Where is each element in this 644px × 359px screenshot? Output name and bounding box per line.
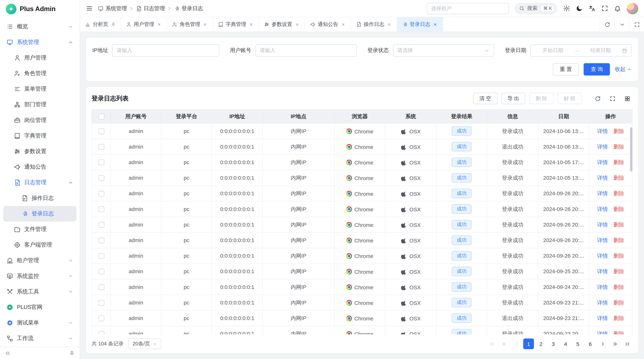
breadcrumb-item[interactable]: 系统管理 bbox=[98, 5, 127, 12]
page-button-1[interactable]: 1 bbox=[523, 339, 534, 349]
row-checkbox[interactable] bbox=[98, 222, 104, 228]
collapse-filter-link[interactable]: 收起 bbox=[615, 66, 632, 73]
sidebar-item-param[interactable]: 参数设置 bbox=[3, 144, 76, 159]
sidebar-item-user[interactable]: 用户管理 bbox=[3, 50, 76, 66]
tab-close-icon[interactable]: × bbox=[295, 22, 300, 27]
translate-icon[interactable] bbox=[588, 5, 596, 12]
sidebar-item-plus-site[interactable]: PLUS官网 bbox=[3, 300, 76, 315]
collapse-sidebar-button[interactable] bbox=[5, 350, 11, 356]
notifications-bell-icon[interactable] bbox=[614, 5, 621, 12]
sidebar-item-tenant[interactable]: 租户管理 bbox=[3, 253, 76, 268]
pin-sidebar-button[interactable] bbox=[69, 350, 75, 356]
sidebar-item-menu[interactable]: 菜单管理 bbox=[3, 81, 76, 97]
export-button[interactable]: 导 出 bbox=[501, 93, 525, 104]
row-checkbox[interactable] bbox=[98, 191, 104, 197]
column-settings-button[interactable] bbox=[622, 93, 632, 104]
row-checkbox[interactable] bbox=[98, 238, 104, 243]
detail-link[interactable]: 详情 bbox=[597, 252, 608, 259]
sidebar-item-dict[interactable]: 字典管理 bbox=[3, 128, 76, 144]
delete-link[interactable]: 删除 bbox=[614, 315, 624, 321]
row-checkbox[interactable] bbox=[98, 300, 104, 306]
delete-link[interactable]: 删除 bbox=[614, 206, 624, 212]
settings-gear-icon[interactable] bbox=[563, 5, 570, 12]
query-button[interactable]: 查 询 bbox=[584, 63, 610, 75]
tab-4[interactable]: 参数设置× bbox=[259, 17, 305, 31]
jump-back-button[interactable] bbox=[498, 339, 509, 349]
page-button-2[interactable]: 2 bbox=[536, 339, 546, 349]
sidebar-item-overview[interactable]: 概览 bbox=[3, 19, 76, 34]
fullscreen-icon[interactable] bbox=[601, 5, 608, 12]
sidebar-item-tools[interactable]: 系统工具 bbox=[3, 284, 76, 300]
tab-1[interactable]: 用户管理× bbox=[121, 17, 167, 31]
sidebar-item-loginlog[interactable]: 登录日志 bbox=[3, 206, 76, 222]
table-fullscreen-button[interactable] bbox=[607, 93, 618, 104]
refresh-page-button[interactable] bbox=[600, 17, 614, 31]
tab-0[interactable]: 分析页 bbox=[80, 17, 121, 31]
row-checkbox[interactable] bbox=[98, 160, 104, 165]
sidebar-item-log[interactable]: 日志管理 bbox=[3, 175, 76, 190]
delete-link[interactable]: 删除 bbox=[614, 174, 624, 181]
next-page-button[interactable] bbox=[597, 339, 608, 349]
sidebar-item-oplog[interactable]: 操作日志 bbox=[3, 190, 76, 206]
tab-close-icon[interactable]: × bbox=[387, 22, 392, 27]
table-scrollbar-thumb[interactable] bbox=[630, 127, 632, 171]
detail-link[interactable]: 详情 bbox=[597, 331, 608, 335]
jump-forward-button[interactable] bbox=[610, 339, 620, 349]
sidebar-item-notice[interactable]: 通知公告 bbox=[3, 159, 76, 175]
row-checkbox[interactable] bbox=[98, 129, 104, 134]
delete-link[interactable]: 删除 bbox=[614, 284, 624, 290]
delete-link[interactable]: 删除 bbox=[614, 143, 624, 149]
hamburger-menu-icon[interactable] bbox=[86, 5, 93, 12]
tenant-select-input[interactable] bbox=[427, 3, 509, 14]
page-button-6[interactable]: 6 bbox=[585, 339, 596, 349]
detail-link[interactable]: 详情 bbox=[597, 284, 608, 290]
delete-link[interactable]: 删除 bbox=[614, 128, 624, 134]
refresh-table-button[interactable] bbox=[592, 93, 603, 104]
first-page-button[interactable] bbox=[486, 339, 497, 349]
content-fullscreen-button[interactable] bbox=[629, 17, 644, 31]
sidebar-item-dept[interactable]: 部门管理 bbox=[3, 97, 76, 112]
detail-link[interactable]: 详情 bbox=[597, 143, 608, 149]
delete-link[interactable]: 删除 bbox=[614, 221, 624, 227]
page-button-4[interactable]: 4 bbox=[560, 339, 571, 349]
sidebar-item-post[interactable]: 岗位管理 bbox=[3, 112, 76, 128]
tab-close-icon[interactable]: × bbox=[203, 22, 208, 27]
page-button-5[interactable]: 5 bbox=[572, 339, 583, 349]
sidebar-item-test[interactable]: 测试菜单 bbox=[3, 315, 76, 331]
detail-link[interactable]: 详情 bbox=[597, 174, 608, 181]
detail-link[interactable]: 详情 bbox=[597, 268, 608, 274]
user-avatar[interactable] bbox=[627, 3, 638, 14]
page-size-select[interactable]: 20条/页 bbox=[128, 339, 162, 349]
sidebar-item-file[interactable]: 文件管理 bbox=[3, 222, 76, 237]
reset-button[interactable]: 重 置 bbox=[553, 63, 579, 75]
detail-link[interactable]: 详情 bbox=[597, 128, 608, 134]
prev-page-button[interactable] bbox=[511, 339, 522, 349]
row-checkbox[interactable] bbox=[98, 285, 104, 290]
unlock-button[interactable]: 解 锁 bbox=[558, 93, 582, 104]
dark-mode-moon-icon[interactable] bbox=[576, 5, 583, 12]
sidebar-item-client[interactable]: 客户端管理 bbox=[3, 237, 76, 253]
detail-link[interactable]: 详情 bbox=[597, 221, 608, 227]
global-search-button[interactable]: 搜索 ⌘ K bbox=[514, 3, 558, 14]
row-checkbox[interactable] bbox=[98, 175, 104, 181]
tab-close-icon[interactable]: × bbox=[249, 22, 254, 27]
tab-close-icon[interactable]: × bbox=[157, 22, 162, 27]
tab-6[interactable]: 操作日志× bbox=[351, 17, 397, 31]
row-checkbox[interactable] bbox=[98, 207, 104, 212]
tab-2[interactable]: 角色管理× bbox=[167, 17, 213, 31]
sidebar-item-role[interactable]: 角色管理 bbox=[3, 66, 76, 81]
detail-link[interactable]: 详情 bbox=[597, 206, 608, 212]
delete-link[interactable]: 删除 bbox=[614, 268, 624, 274]
delete-link[interactable]: 删除 bbox=[614, 299, 624, 305]
row-checkbox[interactable] bbox=[98, 316, 104, 321]
delete-link[interactable]: 删除 bbox=[614, 159, 624, 165]
clear-button[interactable]: 清 空 bbox=[473, 93, 497, 104]
delete-link[interactable]: 删除 bbox=[614, 331, 624, 335]
row-checkbox[interactable] bbox=[98, 331, 104, 335]
tab-close-icon[interactable]: × bbox=[433, 22, 438, 27]
delete-link[interactable]: 删除 bbox=[614, 252, 624, 259]
detail-link[interactable]: 详情 bbox=[597, 315, 608, 321]
detail-link[interactable]: 详情 bbox=[597, 299, 608, 305]
sidebar-item-monitor[interactable]: 系统监控 bbox=[3, 268, 76, 284]
sidebar-item-workflow[interactable]: 工作流 bbox=[3, 331, 76, 346]
